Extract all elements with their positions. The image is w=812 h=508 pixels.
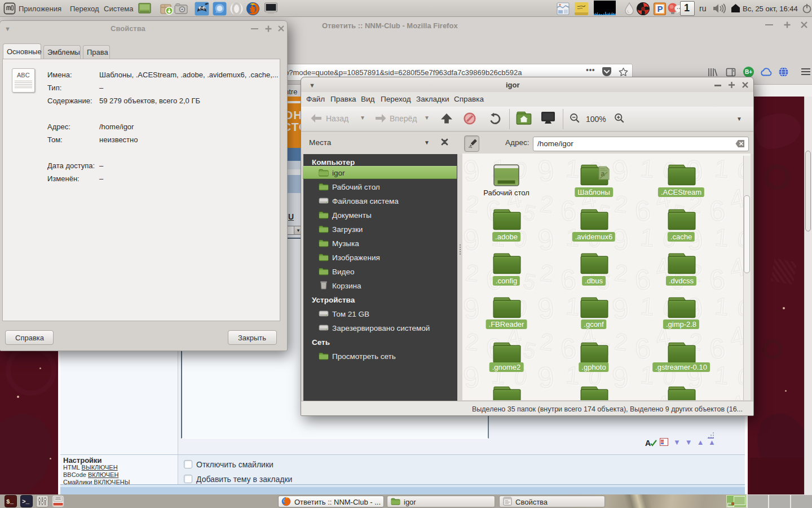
svg-text:P: P xyxy=(657,4,663,14)
svg-text:>_: >_ xyxy=(22,498,30,505)
svg-text:$_: $_ xyxy=(6,498,14,505)
